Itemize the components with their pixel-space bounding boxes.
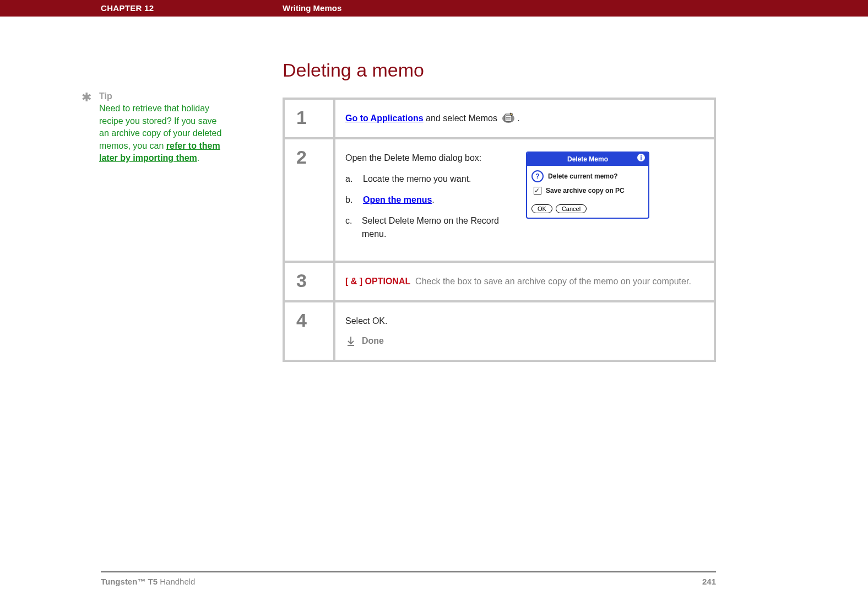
tip-label: Tip: [99, 91, 112, 101]
step-number: 3: [285, 263, 333, 291]
dialog-title-text: Delete Memo: [567, 154, 608, 164]
step-text-end: .: [517, 113, 519, 123]
info-icon[interactable]: i: [637, 154, 645, 161]
main-content: Deleting a memo 1 Go to Applications and…: [283, 60, 716, 362]
substep-text: Select Delete Memo on the Record menu.: [362, 214, 511, 241]
step-body: [ & ] OPTIONAL Check the box to save an …: [335, 263, 714, 300]
archive-checkbox-label: Save archive copy on PC: [546, 186, 625, 196]
step-row: 3 [ & ] OPTIONAL Check the box to save a…: [285, 263, 714, 300]
chapter-header-bar: CHAPTER 12 Writing Memos: [0, 0, 868, 17]
step-body: Go to Applications and select Memos .: [335, 100, 714, 137]
step-number-cell: 3: [285, 263, 333, 300]
step-body: Select OK. Done: [335, 302, 714, 360]
question-icon: ?: [531, 170, 544, 182]
link-open-the-menus[interactable]: Open the menus: [363, 195, 432, 204]
step-text: Check the box to save an archive copy of…: [415, 277, 691, 286]
step-text: and select Memos: [424, 113, 500, 123]
asterisk-icon: ✱: [82, 90, 91, 105]
dialog-question: Delete current memo?: [548, 171, 618, 181]
dialog-titlebar: Delete Memo i: [527, 153, 648, 166]
step-number: 2: [285, 140, 333, 168]
substep-text: Locate the memo you want.: [363, 172, 471, 186]
page: CHAPTER 12 Writing Memos ✱ Tip Need to r…: [0, 0, 868, 595]
substep: c. Select Delete Memo on the Record menu…: [345, 214, 511, 241]
cancel-button[interactable]: Cancel: [556, 204, 587, 213]
tip-callout: ✱ Tip Need to retrieve that holiday reci…: [83, 90, 226, 164]
substep-label: b.: [345, 193, 357, 207]
delete-memo-dialog: Delete Memo i ? Delete current memo?: [526, 152, 649, 219]
ok-button[interactable]: OK: [531, 204, 552, 213]
tip-text-end: .: [197, 153, 199, 163]
substep: b. Open the menus.: [345, 193, 511, 207]
step-body: Open the Delete Memo dialog box: a. Loca…: [335, 139, 714, 261]
chapter-label: CHAPTER 12: [101, 3, 154, 13]
footer-product-name: Tungsten™ T5: [101, 577, 158, 586]
step-row: 1 Go to Applications and select Memos .: [285, 100, 714, 137]
footer-rule: [101, 571, 716, 572]
substep-text-post: .: [432, 195, 434, 204]
step-row: 2 Open the Delete Memo dialog box: a. Lo…: [285, 139, 714, 261]
optional-tag: [ & ] OPTIONAL: [345, 277, 410, 286]
steps-table: 1 Go to Applications and select Memos .: [283, 98, 716, 362]
link-go-to-applications[interactable]: Go to Applications: [345, 113, 424, 123]
step-text: Select OK.: [345, 315, 702, 328]
section-title: Writing Memos: [283, 3, 341, 13]
done-label: Done: [362, 334, 384, 348]
step-number-cell: 1: [285, 100, 333, 137]
step-number: 1: [285, 100, 333, 128]
footer-product-rest: Handheld: [158, 577, 195, 586]
step-number-cell: 4: [285, 302, 333, 360]
page-title: Deleting a memo: [283, 60, 716, 81]
step-row: 4 Select OK. Done: [285, 302, 714, 360]
page-number: 241: [702, 577, 716, 586]
substep: a. Locate the memo you want.: [345, 172, 511, 186]
substep-label: c.: [345, 214, 356, 241]
memos-app-icon: [501, 112, 516, 123]
substep-label: a.: [345, 172, 357, 186]
archive-checkbox[interactable]: [534, 187, 541, 194]
done-arrow-icon: [345, 336, 356, 347]
footer-product: Tungsten™ T5 Handheld: [101, 577, 195, 586]
step-intro: Open the Delete Memo dialog box:: [345, 152, 511, 165]
step-number: 4: [285, 303, 333, 331]
step-number-cell: 2: [285, 139, 333, 261]
